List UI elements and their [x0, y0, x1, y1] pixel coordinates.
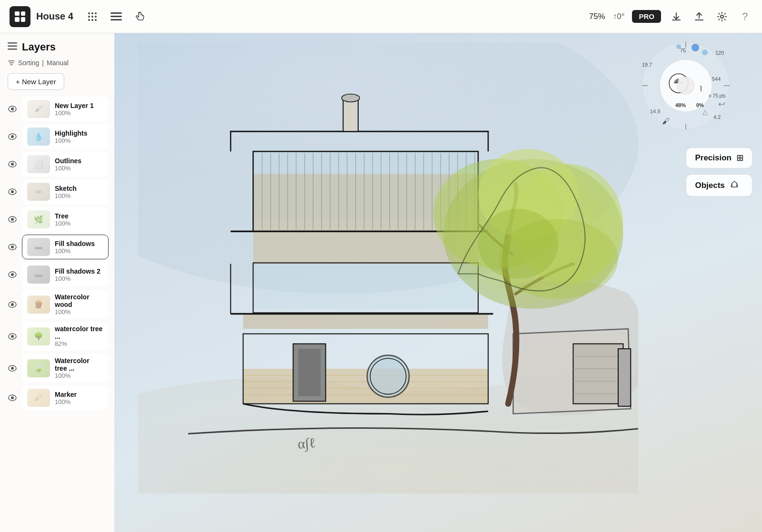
pro-badge[interactable]: PRO — [632, 10, 661, 23]
layer-thumbnail: ⬜ — [27, 155, 50, 173]
layer-opacity: 100% — [55, 308, 103, 315]
layer-thumbnail: 🖊 — [27, 389, 50, 407]
svg-point-31 — [11, 303, 14, 306]
objects-icon — [730, 179, 739, 191]
svg-point-37 — [11, 396, 14, 399]
sorting-separator: | — [42, 59, 44, 67]
svg-point-29 — [11, 273, 14, 276]
layer-opacity: 100% — [55, 247, 95, 255]
svg-rect-14 — [8, 45, 17, 47]
layer-row: 🌿 Tree 100% — [4, 206, 110, 233]
layer-item[interactable]: ⬜ Outlines 100% — [22, 152, 109, 177]
layer-visibility-toggle[interactable] — [6, 185, 19, 198]
layer-thumbnail: 🪵 — [27, 296, 50, 314]
layer-item[interactable]: 🍃 Watercolor tree ... 100% — [22, 354, 109, 383]
svg-rect-9 — [110, 12, 122, 14]
svg-rect-99 — [618, 349, 631, 406]
svg-point-113 — [702, 49, 708, 55]
svg-point-0 — [88, 12, 90, 14]
objects-button[interactable]: Objects — [686, 174, 752, 197]
layer-visibility-toggle[interactable] — [6, 240, 19, 254]
svg-point-8 — [95, 19, 97, 21]
download-icon[interactable] — [669, 9, 684, 24]
layer-opacity: 100% — [55, 137, 87, 144]
svg-point-35 — [11, 367, 14, 370]
objects-label: Objects — [695, 181, 724, 190]
svg-text:544: 544 — [712, 76, 721, 82]
precision-grid-icon: ⊞ — [736, 153, 743, 163]
layer-item[interactable]: ✏ Sketch 100% — [22, 179, 109, 204]
app-logo[interactable] — [10, 6, 30, 27]
layer-visibility-toggle[interactable] — [6, 130, 19, 143]
svg-point-114 — [676, 44, 681, 49]
layer-item[interactable]: ▬ Fill shadows 100% — [22, 235, 109, 259]
settings-icon[interactable] — [714, 9, 730, 24]
layer-info: Sketch 100% — [55, 185, 77, 199]
layer-item[interactable]: 💧 Highlights 100% — [22, 124, 109, 149]
svg-point-50 — [341, 94, 360, 102]
layer-name: Highlights — [55, 129, 87, 137]
sorting-label: Sorting — [18, 59, 39, 67]
new-layer-button[interactable]: + New Layer — [8, 73, 64, 90]
svg-point-27 — [11, 246, 14, 248]
layer-visibility-toggle[interactable] — [6, 298, 19, 311]
layer-item[interactable]: ▬ Fill shadows 2 100% — [22, 262, 109, 287]
layer-visibility-toggle[interactable] — [6, 391, 19, 404]
svg-point-1 — [91, 12, 93, 14]
upload-icon[interactable] — [692, 9, 707, 24]
layer-visibility-toggle[interactable] — [6, 362, 19, 375]
layer-opacity: 100% — [55, 275, 100, 282]
rotation-angle[interactable]: ↑0° — [613, 12, 625, 21]
right-panel-buttons: Precision ⊞ Objects — [686, 148, 752, 197]
svg-point-5 — [95, 16, 97, 18]
svg-rect-44 — [253, 264, 479, 309]
compass-widget[interactable]: 75 120 19.7 4.2 14.9 544 ≡ 75 pts 48% 0%… — [638, 38, 733, 133]
layer-info: Marker 100% — [55, 391, 77, 405]
layer-name: Marker — [55, 391, 77, 398]
layer-name: New Layer 1 — [55, 102, 94, 109]
layer-item[interactable]: 🖊 Marker 100% — [22, 385, 109, 410]
layer-row: ⬜ Outlines 100% — [4, 151, 110, 177]
sidebar: Layers Sorting | Manual + New Layer 🖌 — [0, 33, 114, 532]
zoom-level[interactable]: 75% — [589, 12, 605, 21]
svg-point-12 — [721, 15, 723, 18]
layer-item[interactable]: 🖌 New Layer 1 100% — [22, 97, 109, 121]
layer-name: Sketch — [55, 185, 77, 192]
hand-icon[interactable] — [132, 9, 148, 24]
svg-text:↩: ↩ — [718, 99, 725, 109]
layer-info: Outlines 100% — [55, 157, 81, 172]
svg-rect-49 — [343, 99, 359, 131]
svg-text:48%: 48% — [675, 102, 686, 108]
svg-text:120: 120 — [715, 50, 724, 56]
layer-visibility-toggle[interactable] — [6, 102, 19, 116]
project-title[interactable]: House 4 — [36, 11, 73, 22]
sidebar-title: Layers — [22, 41, 56, 53]
svg-text:α∫ℓ: α∫ℓ — [297, 435, 316, 453]
svg-point-23 — [11, 190, 14, 193]
layer-row: ▬ Fill shadows 100% — [4, 234, 110, 260]
grid-icon[interactable] — [85, 9, 100, 24]
sidebar-menu-icon[interactable] — [8, 42, 17, 52]
layer-item[interactable]: 🌳 watercolor tree ... 82% — [22, 322, 109, 351]
layer-thumbnail: ✏ — [27, 183, 50, 201]
layer-name: Fill shadows 2 — [55, 267, 100, 275]
help-icon[interactable]: ? — [737, 9, 752, 24]
layer-visibility-toggle[interactable] — [6, 213, 19, 226]
layer-item[interactable]: 🌿 Tree 100% — [22, 207, 109, 232]
menu-icon[interactable] — [109, 9, 124, 24]
layer-item[interactable]: 🪵 Watercolor wood 100% — [22, 290, 109, 319]
precision-button[interactable]: Precision ⊞ — [686, 148, 752, 168]
layer-visibility-toggle[interactable] — [6, 330, 19, 343]
layer-name: Tree — [55, 212, 70, 220]
layer-visibility-toggle[interactable] — [6, 268, 19, 281]
svg-rect-13 — [8, 42, 17, 44]
sorting-control[interactable]: Sorting | Manual — [0, 57, 114, 71]
layer-visibility-toggle[interactable] — [6, 158, 19, 171]
layer-row: 🌳 watercolor tree ... 82% — [4, 321, 110, 352]
layer-info: Tree 100% — [55, 212, 70, 227]
svg-rect-87 — [573, 344, 623, 404]
layer-row: 🖊 Marker 100% — [4, 384, 110, 411]
layer-name: Outlines — [55, 157, 81, 165]
layer-info: Highlights 100% — [55, 129, 87, 144]
layer-name: Watercolor wood — [55, 293, 103, 308]
